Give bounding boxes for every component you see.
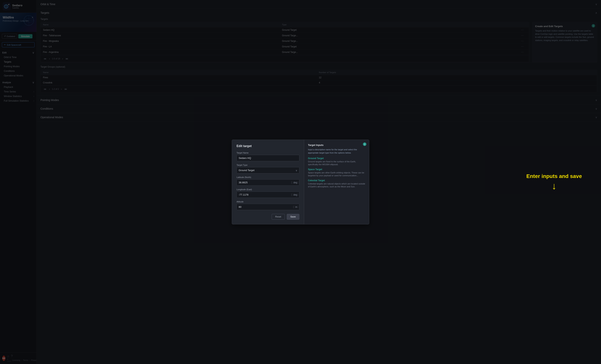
latitude-label: Latitude (North) — [237, 176, 299, 178]
altitude-label: Altitude — [237, 201, 299, 203]
target-name-group: Target Name — [237, 152, 299, 161]
target-type-group: Target Type Ground Target Space Target C… — [237, 164, 299, 173]
longitude-unit: deg — [291, 193, 299, 196]
modal-title: Edit target — [237, 144, 299, 148]
celestial-target-type: Celestial Target Celestial targets are n… — [308, 179, 365, 188]
target-name-label: Target Name — [237, 152, 299, 154]
target-inputs-panel: Target Inputs Input a descriptive name f… — [308, 144, 365, 188]
modal-overlay[interactable]: Edit target × Target Name Target Type Gr… — [0, 0, 601, 364]
edit-target-modal: Edit target × Target Name Target Type Gr… — [232, 140, 369, 224]
target-name-input[interactable] — [237, 155, 299, 161]
longitude-group: Longitude (East) deg — [237, 188, 299, 198]
space-target-type: Space Target Space targets are other Ear… — [308, 168, 365, 177]
modal-left: Edit target × Target Name Target Type Gr… — [232, 140, 304, 224]
longitude-label: Longitude (East) — [237, 188, 299, 191]
modal-right: i Target Inputs Input a descriptive name… — [304, 140, 369, 224]
reset-button[interactable]: Reset — [272, 214, 285, 220]
target-type-select[interactable]: Ground Target Space Target Celestial Tar… — [237, 167, 299, 173]
target-type-label: Target Type — [237, 164, 299, 166]
target-inputs-desc: Input a descriptive name for the target … — [308, 148, 365, 154]
ground-target-type: Ground Target Ground targets are fixed t… — [308, 157, 365, 166]
altitude-unit: m — [293, 206, 299, 208]
latitude-input[interactable] — [237, 180, 291, 185]
latitude-input-wrap: deg — [237, 179, 299, 186]
longitude-input-wrap: deg — [237, 192, 299, 198]
altitude-input-wrap: m — [237, 204, 299, 210]
latitude-unit: deg — [291, 181, 299, 184]
modal-info-badge: i — [363, 142, 366, 146]
save-button[interactable]: Save — [287, 214, 299, 220]
altitude-input[interactable] — [237, 204, 293, 210]
target-inputs-title: Target Inputs — [308, 144, 365, 146]
target-type-select-wrap: Ground Target Space Target Celestial Tar… — [237, 167, 299, 173]
modal-actions: Reset Save — [237, 214, 299, 220]
latitude-group: Latitude (North) deg — [237, 176, 299, 186]
longitude-input[interactable] — [237, 192, 291, 198]
altitude-group: Altitude m — [237, 201, 299, 210]
